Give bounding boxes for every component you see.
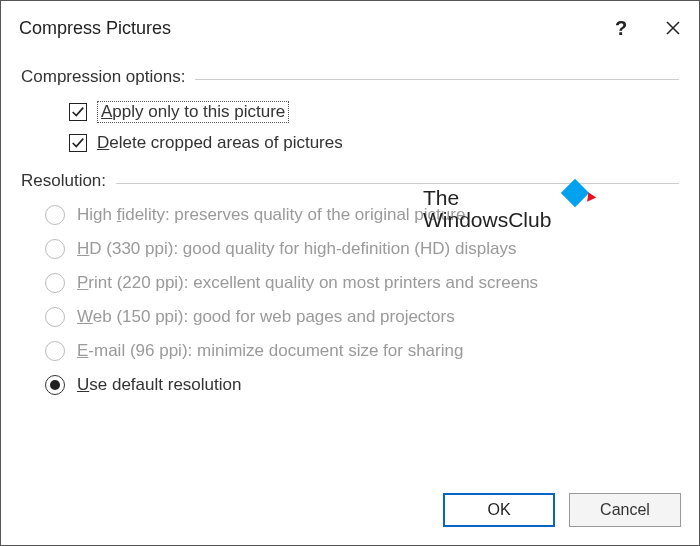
compression-options-label: Compression options: bbox=[21, 67, 185, 87]
radio-high-fidelity: High fidelity: preserves quality of the … bbox=[45, 205, 679, 225]
radio-label: Web (150 ppi): good for web pages and pr… bbox=[77, 307, 455, 327]
help-button[interactable]: ? bbox=[595, 1, 647, 55]
radio-label: Print (220 ppi): excellent quality on mo… bbox=[77, 273, 538, 293]
compression-group-header: Compression options: bbox=[21, 67, 679, 87]
radio-icon bbox=[45, 239, 65, 259]
close-icon bbox=[665, 20, 681, 36]
cancel-button[interactable]: Cancel bbox=[569, 493, 681, 527]
radio-hd: HD (330 ppi): good quality for high-defi… bbox=[45, 239, 679, 259]
radio-default[interactable]: Use default resolution bbox=[45, 375, 679, 395]
ok-button[interactable]: OK bbox=[443, 493, 555, 527]
resolution-group-header: Resolution: bbox=[21, 171, 679, 191]
radio-web: Web (150 ppi): good for web pages and pr… bbox=[45, 307, 679, 327]
delete-cropped-option[interactable]: Delete cropped areas of pictures bbox=[69, 133, 679, 153]
checkbox-icon bbox=[69, 103, 87, 121]
dialog-buttons: OK Cancel bbox=[443, 493, 681, 527]
dialog-title: Compress Pictures bbox=[19, 18, 595, 39]
checkbox-icon bbox=[69, 134, 87, 152]
radio-label: E-mail (96 ppi): minimize document size … bbox=[77, 341, 463, 361]
close-button[interactable] bbox=[647, 1, 699, 55]
radio-icon bbox=[45, 273, 65, 293]
compress-pictures-dialog: Compress Pictures ? Compression options:… bbox=[0, 0, 700, 546]
radio-email: E-mail (96 ppi): minimize document size … bbox=[45, 341, 679, 361]
radio-label: HD (330 ppi): good quality for high-defi… bbox=[77, 239, 516, 259]
radio-label: High fidelity: preserves quality of the … bbox=[77, 205, 465, 225]
dialog-content: Compression options: Apply only to this … bbox=[1, 55, 699, 395]
apply-only-option[interactable]: Apply only to this picture bbox=[69, 101, 679, 123]
radio-icon bbox=[45, 205, 65, 225]
titlebar: Compress Pictures ? bbox=[1, 1, 699, 55]
resolution-label: Resolution: bbox=[21, 171, 106, 191]
radio-print: Print (220 ppi): excellent quality on mo… bbox=[45, 273, 679, 293]
group-rule bbox=[195, 79, 679, 80]
radio-icon bbox=[45, 307, 65, 327]
radio-label: Use default resolution bbox=[77, 375, 241, 395]
apply-only-label: Apply only to this picture bbox=[97, 101, 289, 123]
radio-icon bbox=[45, 341, 65, 361]
delete-cropped-label: Delete cropped areas of pictures bbox=[97, 133, 343, 153]
radio-icon bbox=[45, 375, 65, 395]
group-rule bbox=[116, 183, 679, 184]
